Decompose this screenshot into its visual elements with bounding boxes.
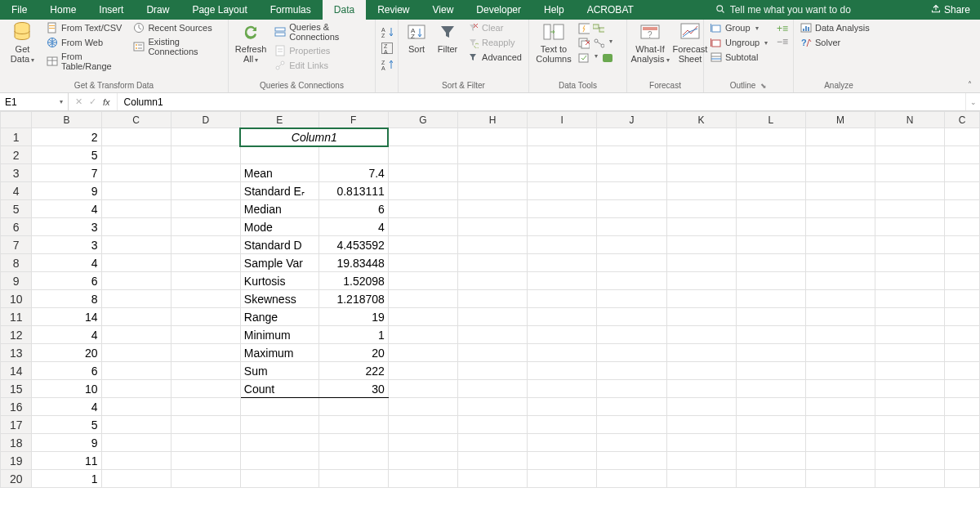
cell-C4[interactable] bbox=[101, 182, 171, 200]
cell-C3[interactable] bbox=[101, 164, 171, 182]
cell-J18[interactable] bbox=[597, 434, 666, 452]
cell-G13[interactable] bbox=[388, 344, 457, 362]
get-data-button[interactable]: Get Data▾ bbox=[5, 21, 40, 64]
cell-H5[interactable] bbox=[458, 200, 528, 218]
cell-G5[interactable] bbox=[388, 200, 457, 218]
edit-links-button[interactable]: Edit Links bbox=[273, 59, 370, 72]
cell-C19[interactable] bbox=[101, 452, 171, 470]
cell-C12[interactable] bbox=[101, 326, 171, 344]
cell-M13[interactable] bbox=[805, 344, 875, 362]
cell-I20[interactable] bbox=[528, 470, 597, 488]
cell-J11[interactable] bbox=[597, 308, 666, 326]
cell-K10[interactable] bbox=[666, 290, 736, 308]
cell-C9[interactable] bbox=[101, 272, 171, 290]
cell-G11[interactable] bbox=[388, 308, 457, 326]
cell-B4[interactable]: 9 bbox=[32, 182, 101, 200]
row-header[interactable]: 8 bbox=[1, 254, 32, 272]
cell-J4[interactable] bbox=[597, 182, 666, 200]
tell-me-search[interactable]: Tell me what you want to do bbox=[715, 0, 851, 20]
cell-K15[interactable] bbox=[666, 380, 736, 398]
cell-I2[interactable] bbox=[528, 146, 597, 164]
cell-N9[interactable] bbox=[875, 272, 945, 290]
cell-H11[interactable] bbox=[458, 308, 528, 326]
cell-G2[interactable] bbox=[388, 146, 457, 164]
hide-detail-icon[interactable]: −≡ bbox=[777, 36, 788, 47]
menu-tab-data[interactable]: Data bbox=[323, 0, 366, 20]
cell-J12[interactable] bbox=[597, 326, 666, 344]
menu-tab-developer[interactable]: Developer bbox=[465, 0, 532, 20]
cell-B11[interactable]: 14 bbox=[32, 308, 101, 326]
cell-D14[interactable] bbox=[171, 362, 240, 380]
cell-N7[interactable] bbox=[875, 236, 945, 254]
cell-H14[interactable] bbox=[458, 362, 528, 380]
cell-F4[interactable]: 0.813111 bbox=[318, 182, 388, 200]
cell-J2[interactable] bbox=[597, 146, 666, 164]
cell-N11[interactable] bbox=[875, 308, 945, 326]
sort-desc-icon[interactable]: ZA bbox=[381, 59, 393, 70]
cell-I11[interactable] bbox=[528, 308, 597, 326]
cell-O20[interactable] bbox=[945, 470, 980, 488]
cell-D10[interactable] bbox=[171, 290, 240, 308]
cell-N17[interactable] bbox=[875, 416, 945, 434]
cell-C7[interactable] bbox=[101, 236, 171, 254]
spreadsheet-grid[interactable]: ▴ BCDEFGHIJKLMNC 12Column12537Mean7.449S… bbox=[0, 111, 980, 528]
cell-F8[interactable]: 19.83448 bbox=[318, 254, 388, 272]
cell-N8[interactable] bbox=[875, 254, 945, 272]
cell-K17[interactable] bbox=[666, 416, 736, 434]
data-analysis-button[interactable]: Data Analysis bbox=[799, 21, 871, 34]
cell-N14[interactable] bbox=[875, 362, 945, 380]
cell-D12[interactable] bbox=[171, 326, 240, 344]
cell-G15[interactable] bbox=[388, 380, 457, 398]
cell-I13[interactable] bbox=[528, 344, 597, 362]
column-header-M[interactable]: M bbox=[805, 112, 875, 128]
cell-M12[interactable] bbox=[805, 326, 875, 344]
cell-F11[interactable]: 19 bbox=[318, 308, 388, 326]
column-header-E[interactable]: E bbox=[240, 112, 318, 128]
cell-H10[interactable] bbox=[458, 290, 528, 308]
cell-N20[interactable] bbox=[875, 470, 945, 488]
cell-L14[interactable] bbox=[736, 362, 805, 380]
cell-M10[interactable] bbox=[805, 290, 875, 308]
row-header[interactable]: 20 bbox=[1, 470, 32, 488]
row-header[interactable]: 4 bbox=[1, 182, 32, 200]
cell-E2[interactable] bbox=[240, 146, 318, 164]
cell-M4[interactable] bbox=[805, 182, 875, 200]
cell-L3[interactable] bbox=[736, 164, 805, 182]
cell-E13[interactable]: Maximum bbox=[240, 344, 318, 362]
cell-O10[interactable] bbox=[945, 290, 980, 308]
column-header-H[interactable]: H bbox=[458, 112, 528, 128]
cell-D11[interactable] bbox=[171, 308, 240, 326]
collapse-ribbon-icon[interactable]: ˄ bbox=[968, 80, 972, 89]
cancel-icon[interactable]: ✕ bbox=[75, 96, 82, 107]
cell-O1[interactable] bbox=[945, 128, 980, 146]
relationships-icon[interactable] bbox=[593, 38, 604, 49]
cell-H15[interactable] bbox=[458, 380, 528, 398]
menu-tab-file[interactable]: File bbox=[0, 0, 38, 20]
cell-O11[interactable] bbox=[945, 308, 980, 326]
cell-H8[interactable] bbox=[458, 254, 528, 272]
cell-K20[interactable] bbox=[666, 470, 736, 488]
row-header[interactable]: 15 bbox=[1, 380, 32, 398]
cell-C1[interactable] bbox=[101, 128, 171, 146]
column-header-K[interactable]: K bbox=[666, 112, 736, 128]
cell-D9[interactable] bbox=[171, 272, 240, 290]
column-header-N[interactable]: N bbox=[875, 112, 945, 128]
row-header[interactable]: 5 bbox=[1, 200, 32, 218]
cell-L12[interactable] bbox=[736, 326, 805, 344]
cell-E19[interactable] bbox=[240, 452, 318, 470]
cell-N12[interactable] bbox=[875, 326, 945, 344]
cell-K8[interactable] bbox=[666, 254, 736, 272]
what-if-analysis-button[interactable]: ? What-If Analysis▾ bbox=[632, 21, 668, 64]
data-validation-icon[interactable] bbox=[578, 52, 590, 64]
cell-M5[interactable] bbox=[805, 200, 875, 218]
cell-K14[interactable] bbox=[666, 362, 736, 380]
cell-O3[interactable] bbox=[945, 164, 980, 182]
row-header[interactable]: 1 bbox=[1, 128, 32, 146]
cell-H3[interactable] bbox=[458, 164, 528, 182]
row-header[interactable]: 9 bbox=[1, 272, 32, 290]
menu-tab-help[interactable]: Help bbox=[532, 0, 576, 20]
cell-B12[interactable]: 4 bbox=[32, 326, 101, 344]
cell-M6[interactable] bbox=[805, 218, 875, 236]
cell-F16[interactable] bbox=[318, 398, 388, 416]
filter-button[interactable]: Filter bbox=[434, 21, 461, 54]
